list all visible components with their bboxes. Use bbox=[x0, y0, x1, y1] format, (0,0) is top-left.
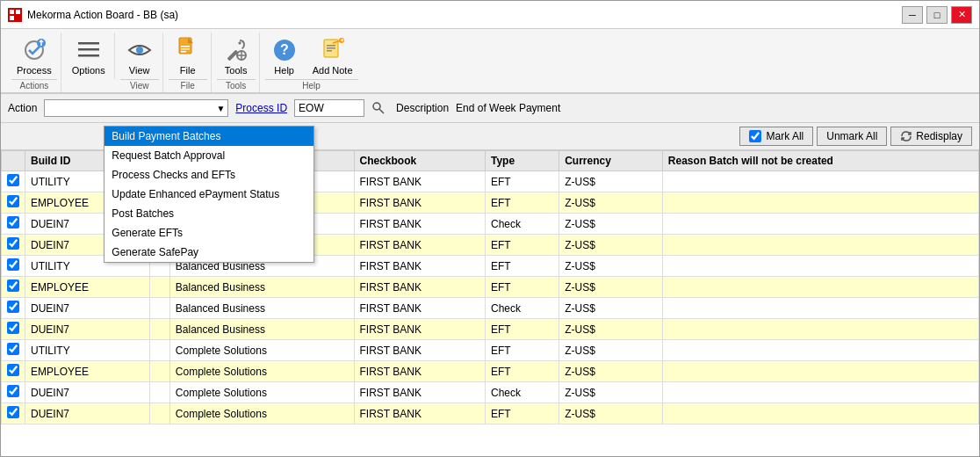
file-label: File bbox=[180, 65, 196, 76]
window-title: Mekorma Action Board - BB (sa) bbox=[27, 9, 178, 21]
ribbon-group-options: Options bbox=[63, 33, 115, 79]
ribbon-group-tools: Tools Tools bbox=[213, 33, 260, 92]
process-label: Process bbox=[17, 65, 52, 76]
view-button[interactable]: View bbox=[120, 34, 159, 77]
row-checkbox-cell bbox=[2, 319, 25, 340]
help-icon: ? bbox=[270, 36, 299, 64]
table-row: DUEIN7 Complete Solutions FIRST BANK EFT… bbox=[2, 403, 979, 424]
action-dropdown: Build Payment Batches ▼ Build Payment Ba… bbox=[44, 99, 228, 117]
row-company: Complete Solutions bbox=[169, 340, 354, 361]
row-reason bbox=[662, 403, 978, 424]
row-build-id: EMPLOYEE bbox=[25, 361, 150, 382]
table-row: DUEIN7 Balanced Business FIRST BANK Chec… bbox=[2, 298, 979, 319]
ribbon-group-view: View View bbox=[117, 33, 163, 92]
tools-button[interactable]: Tools bbox=[217, 34, 256, 77]
svg-rect-4 bbox=[16, 16, 20, 20]
file-group-label: File bbox=[169, 79, 207, 91]
row-reason bbox=[662, 171, 978, 192]
tools-label: Tools bbox=[225, 65, 248, 76]
row-currency: Z-US$ bbox=[559, 340, 663, 361]
dropdown-item-post-batches[interactable]: Post Batches bbox=[104, 204, 313, 223]
col-checkbook: Checkbook bbox=[354, 151, 486, 171]
ribbon-buttons: Process Actions Options bbox=[8, 33, 972, 92]
add-note-icon: ✦ bbox=[319, 36, 347, 64]
mark-all-checkbox[interactable] bbox=[749, 130, 761, 142]
row-build-id: DUEIN7 bbox=[25, 319, 150, 340]
process-button[interactable]: Process bbox=[11, 34, 57, 77]
app-icon bbox=[8, 8, 22, 22]
svg-rect-8 bbox=[78, 42, 99, 45]
maximize-button[interactable]: □ bbox=[926, 6, 948, 24]
row-reason bbox=[662, 256, 978, 277]
row-type: EFT bbox=[486, 403, 559, 424]
file-icon bbox=[174, 36, 202, 64]
add-note-label: Add Note bbox=[313, 65, 353, 76]
svg-rect-2 bbox=[16, 10, 20, 14]
row-checkbox[interactable] bbox=[7, 195, 19, 207]
help-button[interactable]: ? Help bbox=[265, 34, 304, 77]
redisplay-button[interactable]: Redisplay bbox=[890, 127, 972, 146]
options-button[interactable]: Options bbox=[67, 34, 111, 77]
row-checkbook: FIRST BANK bbox=[354, 298, 486, 319]
col-type: Type bbox=[486, 151, 559, 171]
row-checkbox[interactable] bbox=[7, 301, 19, 313]
row-checkbox[interactable] bbox=[7, 406, 19, 418]
table-row: DUEIN7 Complete Solutions FIRST BANK Che… bbox=[2, 382, 979, 403]
row-build-id: UTILITY bbox=[25, 340, 150, 361]
row-checkbook: FIRST BANK bbox=[354, 256, 486, 277]
process-id-link[interactable]: Process ID bbox=[235, 102, 287, 114]
row-checkbox[interactable] bbox=[7, 237, 19, 250]
row-checkbox[interactable] bbox=[7, 364, 19, 376]
row-checkbox-cell bbox=[2, 361, 25, 382]
unmark-all-button[interactable]: Unmark All bbox=[817, 127, 887, 146]
row-checkbook: FIRST BANK bbox=[354, 382, 486, 403]
row-checkbook: FIRST BANK bbox=[354, 277, 486, 298]
minimize-button[interactable]: ─ bbox=[902, 6, 923, 24]
row-reason bbox=[662, 340, 978, 361]
row-checkbox[interactable] bbox=[7, 174, 19, 186]
row-checkbox-cell bbox=[2, 340, 25, 361]
file-button[interactable]: File bbox=[169, 34, 207, 77]
row-reason bbox=[662, 298, 978, 319]
row-checkbox[interactable] bbox=[7, 343, 19, 355]
close-button[interactable]: ✕ bbox=[951, 6, 972, 24]
dropdown-item-build-payment-batches[interactable]: Build Payment Batches bbox=[104, 127, 313, 146]
description-label: Description bbox=[396, 102, 449, 114]
process-icon bbox=[20, 36, 48, 64]
search-button[interactable] bbox=[371, 99, 389, 117]
row-checkbox-cell bbox=[2, 214, 25, 235]
row-pending-id bbox=[149, 298, 169, 319]
row-checkbox[interactable] bbox=[7, 216, 19, 228]
row-reason bbox=[662, 235, 978, 256]
row-checkbox-cell bbox=[2, 382, 25, 403]
row-type: EFT bbox=[486, 192, 559, 214]
row-checkbox[interactable] bbox=[7, 322, 19, 334]
process-id-input[interactable] bbox=[294, 99, 364, 117]
dropdown-item-generate-safepay[interactable]: Generate SafePay bbox=[104, 243, 313, 262]
dropdown-item-request-batch-approval[interactable]: Request Batch Approval bbox=[104, 146, 313, 165]
svg-rect-13 bbox=[181, 46, 190, 47]
dropdown-item-update-enhanced-epayment[interactable]: Update Enhanced ePayment Status bbox=[104, 185, 313, 204]
add-note-button[interactable]: ✦ Add Note bbox=[307, 34, 358, 77]
action-select-input[interactable]: Build Payment Batches bbox=[44, 99, 228, 117]
row-currency: Z-US$ bbox=[559, 256, 663, 277]
row-checkbox[interactable] bbox=[7, 385, 19, 397]
row-company: Complete Solutions bbox=[169, 403, 354, 424]
svg-rect-15 bbox=[181, 51, 186, 53]
row-checkbox[interactable] bbox=[7, 279, 19, 292]
row-type: Check bbox=[486, 382, 559, 403]
row-reason bbox=[662, 192, 978, 214]
row-pending-id bbox=[149, 277, 169, 298]
mark-all-button[interactable]: Mark All bbox=[739, 127, 814, 146]
row-currency: Z-US$ bbox=[559, 298, 663, 319]
dropdown-item-process-checks-efts[interactable]: Process Checks and EFTs bbox=[104, 165, 313, 185]
toolbar: Action Build Payment Batches ▼ Build Pay… bbox=[1, 94, 979, 123]
row-type: EFT bbox=[486, 171, 559, 192]
row-checkbook: FIRST BANK bbox=[354, 214, 486, 235]
main-window: Mekorma Action Board - BB (sa) ─ □ ✕ bbox=[0, 0, 980, 457]
row-checkbox[interactable] bbox=[7, 258, 19, 271]
dropdown-item-generate-efts[interactable]: Generate EFTs bbox=[104, 223, 313, 243]
row-type: Check bbox=[486, 214, 559, 235]
row-type: EFT bbox=[486, 340, 559, 361]
svg-rect-26 bbox=[327, 45, 335, 47]
